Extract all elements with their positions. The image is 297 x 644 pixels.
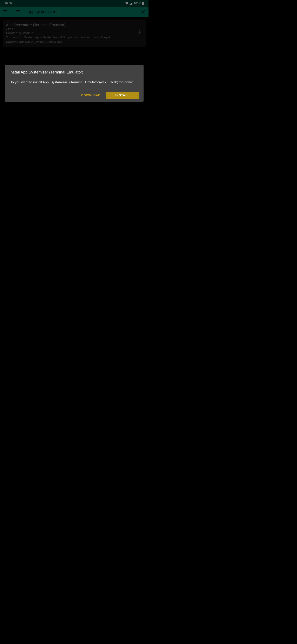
sort-icon[interactable] — [15, 9, 20, 14]
cellular-icon — [129, 2, 132, 5]
download-icon[interactable] — [137, 30, 142, 36]
svg-rect-7 — [16, 13, 17, 13]
install-dialog: Install App Systemizer (Terminal Emulato… — [5, 65, 144, 102]
svg-rect-8 — [137, 35, 142, 35]
module-description: Turn apps to System Apps Systemlessly! S… — [6, 35, 134, 40]
svg-rect-3 — [3, 12, 7, 12]
svg-rect-0 — [142, 2, 144, 5]
module-updated: Updated on: Oct 23, 2019 10:18:14 AM — [6, 40, 134, 44]
status-bar: 10:00 100% — [0, 0, 148, 6]
download-button[interactable]: DOWNLOAD — [78, 91, 104, 99]
hamburger-menu-icon[interactable] — [3, 9, 8, 14]
close-icon[interactable] — [141, 9, 146, 14]
app-bar — [0, 6, 148, 17]
battery-icon — [142, 2, 144, 5]
module-card[interactable]: App Systemizer (Terminal Emulator) v17.3… — [3, 20, 146, 47]
text-cursor — [58, 9, 59, 14]
svg-rect-2 — [3, 10, 7, 11]
module-version: v17.3.1 — [6, 28, 134, 31]
dialog-body: Do you want to install App_Systemizer_(T… — [9, 80, 139, 85]
svg-rect-6 — [16, 12, 18, 12]
search-field-wrap — [28, 6, 133, 17]
module-title: App Systemizer (Terminal Emulator) — [6, 23, 134, 27]
dialog-title: Install App Systemizer (Terminal Emulato… — [9, 70, 139, 75]
search-input[interactable] — [28, 10, 133, 14]
wifi-icon — [125, 2, 128, 5]
battery-pct: 100% — [134, 2, 141, 5]
module-author: Created by veez21 — [6, 31, 134, 35]
status-time: 10:00 — [4, 2, 12, 5]
content-area: App Systemizer (Terminal Emulator) v17.3… — [0, 17, 148, 50]
dialog-actions: DOWNLOAD INSTALL — [9, 91, 139, 99]
status-indicators: 100% — [125, 2, 144, 5]
module-info: App Systemizer (Terminal Emulator) v17.3… — [6, 23, 134, 44]
svg-rect-5 — [16, 10, 20, 11]
svg-rect-4 — [3, 13, 7, 13]
install-button[interactable]: INSTALL — [106, 92, 139, 99]
svg-rect-1 — [143, 2, 144, 2]
